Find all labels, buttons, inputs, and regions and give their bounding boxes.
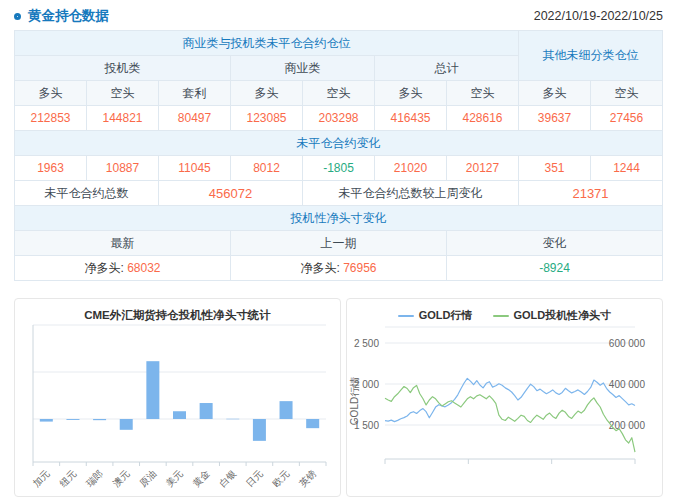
ring-icon [14, 13, 21, 20]
net-prev-label: 净多头: [300, 261, 339, 275]
page-title-text: 黄金持仓数据 [28, 7, 109, 25]
position-value: 144821 [87, 106, 159, 131]
blue-dash-icon [398, 315, 414, 317]
legend-label: GOLD行情 [419, 308, 473, 323]
svg-text:2 500: 2 500 [354, 338, 379, 349]
page-header: 黄金持仓数据 2022/10/19-2022/10/25 [0, 0, 677, 30]
oi-change-value: 10887 [87, 156, 159, 181]
svg-text:黄金: 黄金 [190, 467, 212, 489]
svg-text:加元: 加元 [31, 467, 53, 489]
net-prev-cell: 净多头: 76956 [231, 256, 447, 281]
oi-change-value: 21020 [375, 156, 447, 181]
oi-change-value: 351 [519, 156, 591, 181]
group-header-left: 商业类与投机类未平仓合约仓位 [15, 31, 519, 56]
oi-change-value: 1963 [15, 156, 87, 181]
position-value: 123085 [231, 106, 303, 131]
positions-table: 商业类与投机类未平仓合约仓位 其他未细分类仓位 投机类 商业类 总计 多头 空头… [14, 30, 663, 281]
col-header: 多头 [519, 81, 591, 106]
position-value: 203298 [303, 106, 375, 131]
position-value: 80497 [159, 106, 231, 131]
date-range: 2022/10/19-2022/10/25 [534, 9, 663, 23]
line-chart-legend: GOLD行情 GOLD投机性净头寸 [347, 299, 662, 323]
line-chart-card: GOLD行情 GOLD投机性净头寸 2 5002 0001 500600 000… [346, 298, 663, 497]
table-row-oi-change-header: 未平仓合约变化 [15, 131, 663, 156]
svg-text:澳元: 澳元 [110, 467, 132, 489]
subgroup-speculative: 投机类 [15, 56, 231, 81]
gold-price-net-position-line-chart: 2 5002 0001 500600 000400 000200 000GOLD… [347, 323, 662, 489]
svg-text:GOLD行情: GOLD行情 [349, 377, 360, 425]
net-latest-value: 68032 [127, 261, 160, 275]
svg-text:美元: 美元 [164, 467, 186, 489]
svg-text:纽元: 纽元 [57, 467, 79, 489]
table-row-net-header: 投机性净头寸变化 [15, 206, 663, 231]
oi-change-value: 8012 [231, 156, 303, 181]
table-row-col-headers: 多头 空头 套利 多头 空头 多头 空头 多头 空头 [15, 81, 663, 106]
net-change-value: -8924 [447, 256, 663, 281]
oi-change-value: 1244 [591, 156, 663, 181]
table-row-group-headers: 商业类与投机类未平仓合约仓位 其他未细分类仓位 [15, 31, 663, 56]
position-value: 212853 [15, 106, 87, 131]
svg-text:英镑: 英镑 [297, 467, 319, 489]
position-value: 27456 [591, 106, 663, 131]
table-row-totals: 未平仓合约总数 456072 未平仓合约总数较上周变化 21371 [15, 181, 663, 206]
legend-label: GOLD投机性净头寸 [514, 308, 612, 323]
net-col-latest: 最新 [15, 231, 231, 256]
svg-text:白银: 白银 [217, 467, 239, 489]
bar-chart-title: CME外汇期货持仓投机性净头寸统计 [15, 299, 340, 323]
cme-net-position-bar-chart: 加元纽元瑞郎澳元原油美元黄金白银日元欧元英镑 [15, 323, 340, 493]
col-header: 空头 [303, 81, 375, 106]
net-col-change: 变化 [447, 231, 663, 256]
net-latest-label: 净多头: [84, 261, 123, 275]
position-value: 416435 [375, 106, 447, 131]
group-header-right: 其他未细分类仓位 [519, 31, 663, 81]
table-row-positions: 212853 144821 80497 123085 203298 416435… [15, 106, 663, 131]
legend-item-gold-price: GOLD行情 [398, 308, 473, 323]
col-header: 多头 [375, 81, 447, 106]
total-oi-value: 456072 [159, 181, 303, 206]
table-row-net-values: 净多头: 68032 净多头: 76956 -8924 [15, 256, 663, 281]
oi-change-value: 11045 [159, 156, 231, 181]
position-value: 39637 [519, 106, 591, 131]
total-change-value: 21371 [519, 181, 663, 206]
total-change-label: 未平仓合约总数较上周变化 [303, 181, 519, 206]
col-header: 多头 [15, 81, 87, 106]
subgroup-total: 总计 [375, 56, 519, 81]
svg-text:原油: 原油 [137, 468, 158, 489]
table-row-net-cols: 最新 上一期 变化 [15, 231, 663, 256]
col-header: 多头 [231, 81, 303, 106]
oi-change-value: -1805 [303, 156, 375, 181]
svg-text:日元: 日元 [244, 467, 266, 489]
net-position-header: 投机性净头寸变化 [15, 206, 663, 231]
oi-change-value: 20127 [447, 156, 519, 181]
net-prev-value: 76956 [343, 261, 376, 275]
net-latest-cell: 净多头: 68032 [15, 256, 231, 281]
subgroup-commercial: 商业类 [231, 56, 375, 81]
oi-change-header: 未平仓合约变化 [15, 131, 663, 156]
table-row-oi-changes: 1963 10887 11045 8012 -1805 21020 20127 … [15, 156, 663, 181]
total-oi-label: 未平仓合约总数 [15, 181, 159, 206]
svg-text:欧元: 欧元 [270, 467, 292, 489]
page-title: 黄金持仓数据 [14, 7, 109, 25]
col-header: 套利 [159, 81, 231, 106]
svg-text:瑞郎: 瑞郎 [83, 468, 105, 490]
charts-row: CME外汇期货持仓投机性净头寸统计 加元纽元瑞郎澳元原油美元黄金白银日元欧元英镑… [14, 298, 663, 497]
position-value: 428616 [447, 106, 519, 131]
net-col-previous: 上一期 [231, 231, 447, 256]
green-dash-icon [493, 315, 509, 317]
col-header: 空头 [447, 81, 519, 106]
col-header: 空头 [87, 81, 159, 106]
svg-text:600 000: 600 000 [609, 338, 646, 349]
col-header: 空头 [591, 81, 663, 106]
bar-chart-card: CME外汇期货持仓投机性净头寸统计 加元纽元瑞郎澳元原油美元黄金白银日元欧元英镑 [14, 298, 341, 497]
svg-text:400 000: 400 000 [609, 379, 646, 390]
legend-item-gold-net-position: GOLD投机性净头寸 [493, 308, 612, 323]
